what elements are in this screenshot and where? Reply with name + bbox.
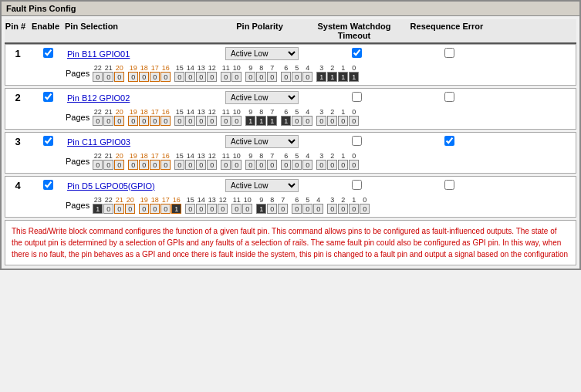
polarity-select-2[interactable]: Active Low <box>225 91 299 104</box>
page-box-19[interactable]: 0 <box>128 116 138 126</box>
page-box-11[interactable]: 0 <box>231 204 242 214</box>
page-box-19[interactable]: 0 <box>139 204 149 214</box>
page-box-9[interactable]: 1 <box>245 116 255 126</box>
page-box-16[interactable]: 0 <box>160 116 171 126</box>
page-box-4[interactable]: 0 <box>302 72 312 82</box>
page-box-13[interactable]: 0 <box>196 116 206 126</box>
page-box-1[interactable]: 1 <box>338 72 348 82</box>
page-box-19[interactable]: 0 <box>128 160 138 170</box>
page-box-1[interactable]: 0 <box>338 160 348 170</box>
page-box-8[interactable]: 1 <box>256 116 266 126</box>
page-box-0[interactable]: 0 <box>349 160 359 170</box>
pin-link-1[interactable]: Pin B11 GPIO01 <box>67 49 130 59</box>
page-box-16[interactable]: 0 <box>160 72 171 82</box>
page-box-18[interactable]: 0 <box>139 72 149 82</box>
page-box-4[interactable]: 0 <box>302 160 312 170</box>
page-box-14[interactable]: 0 <box>196 204 206 214</box>
page-box-8[interactable]: 0 <box>256 72 266 82</box>
page-box-13[interactable]: 0 <box>196 72 206 82</box>
page-box-1[interactable]: 0 <box>349 204 359 214</box>
page-box-11[interactable]: 0 <box>221 72 231 82</box>
page-box-12[interactable]: 0 <box>207 72 217 82</box>
page-box-22[interactable]: 0 <box>93 72 103 82</box>
page-box-14[interactable]: 0 <box>185 116 195 126</box>
page-box-2[interactable]: 0 <box>327 116 337 126</box>
page-box-2[interactable]: 1 <box>327 72 337 82</box>
page-box-0[interactable]: 0 <box>360 204 370 214</box>
page-box-3[interactable]: 1 <box>316 72 326 82</box>
page-box-15[interactable]: 0 <box>185 204 195 214</box>
page-box-15[interactable]: 0 <box>174 160 184 170</box>
page-box-21[interactable]: 0 <box>103 160 113 170</box>
pin-link-4[interactable]: Pin D5 LGPO05(GPIO) <box>67 181 155 191</box>
page-box-3[interactable]: 0 <box>327 204 337 214</box>
page-box-5[interactable]: 0 <box>292 72 302 82</box>
page-box-20[interactable]: 0 <box>125 204 135 214</box>
page-box-10[interactable]: 0 <box>231 116 242 126</box>
page-box-12[interactable]: 0 <box>207 116 217 126</box>
page-box-8[interactable]: 0 <box>267 204 277 214</box>
page-box-23[interactable]: 1 <box>93 204 103 214</box>
page-box-10[interactable]: 0 <box>242 204 252 214</box>
polarity-select-1[interactable]: Active Low <box>225 47 299 60</box>
page-box-20[interactable]: 0 <box>114 72 124 82</box>
page-box-21[interactable]: 0 <box>114 204 124 214</box>
page-box-9[interactable]: 1 <box>256 204 266 214</box>
pin-link-2[interactable]: Pin B12 GPIO02 <box>67 93 130 103</box>
page-box-11[interactable]: 0 <box>221 160 231 170</box>
page-box-7[interactable]: 1 <box>267 116 277 126</box>
page-box-12[interactable]: 0 <box>207 160 217 170</box>
page-box-6[interactable]: 0 <box>281 72 291 82</box>
page-box-6[interactable]: 1 <box>281 116 291 126</box>
page-box-11[interactable]: 0 <box>221 116 231 126</box>
page-box-15[interactable]: 0 <box>174 116 184 126</box>
page-box-7[interactable]: 0 <box>278 204 288 214</box>
page-box-8[interactable]: 0 <box>256 160 266 170</box>
reseq-checkbox-2[interactable] <box>444 92 454 102</box>
watchdog-checkbox-3[interactable] <box>352 136 362 146</box>
enable-checkbox-2[interactable] <box>43 92 53 102</box>
page-box-21[interactable]: 0 <box>103 116 113 126</box>
page-box-13[interactable]: 0 <box>207 204 217 214</box>
page-box-2[interactable]: 0 <box>327 160 337 170</box>
page-box-4[interactable]: 0 <box>313 204 323 214</box>
page-box-19[interactable]: 0 <box>128 72 138 82</box>
polarity-select-3[interactable]: Active Low <box>225 135 299 148</box>
page-box-15[interactable]: 0 <box>174 72 184 82</box>
page-box-5[interactable]: 0 <box>292 160 302 170</box>
pin-link-3[interactable]: Pin C11 GPIO03 <box>67 137 130 147</box>
page-box-14[interactable]: 0 <box>185 72 195 82</box>
page-box-22[interactable]: 0 <box>93 116 103 126</box>
page-box-16[interactable]: 1 <box>171 204 181 214</box>
page-box-7[interactable]: 0 <box>267 72 277 82</box>
watchdog-checkbox-4[interactable] <box>352 180 362 190</box>
enable-checkbox-4[interactable] <box>43 180 53 190</box>
page-box-9[interactable]: 0 <box>245 160 255 170</box>
page-box-21[interactable]: 0 <box>103 72 113 82</box>
page-box-22[interactable]: 0 <box>103 204 113 214</box>
page-box-5[interactable]: 0 <box>302 204 312 214</box>
watchdog-checkbox-1[interactable] <box>352 48 362 58</box>
page-box-16[interactable]: 0 <box>160 160 171 170</box>
page-box-18[interactable]: 0 <box>150 204 160 214</box>
reseq-checkbox-4[interactable] <box>444 180 454 190</box>
page-box-10[interactable]: 0 <box>231 160 242 170</box>
polarity-select-4[interactable]: Active Low <box>225 179 299 192</box>
page-box-3[interactable]: 0 <box>316 160 326 170</box>
page-box-1[interactable]: 0 <box>338 116 348 126</box>
page-box-18[interactable]: 0 <box>139 116 149 126</box>
page-box-13[interactable]: 0 <box>196 160 206 170</box>
page-box-14[interactable]: 0 <box>185 160 195 170</box>
page-box-18[interactable]: 0 <box>139 160 149 170</box>
page-box-0[interactable]: 0 <box>349 116 359 126</box>
reseq-checkbox-1[interactable] <box>444 48 454 58</box>
page-box-17[interactable]: 0 <box>160 204 171 214</box>
enable-checkbox-1[interactable] <box>43 48 53 58</box>
page-box-12[interactable]: 0 <box>218 204 228 214</box>
page-box-7[interactable]: 0 <box>267 160 277 170</box>
reseq-checkbox-3[interactable] <box>444 136 454 146</box>
page-box-4[interactable]: 0 <box>302 116 312 126</box>
page-box-3[interactable]: 0 <box>316 116 326 126</box>
page-box-9[interactable]: 0 <box>245 72 255 82</box>
enable-checkbox-3[interactable] <box>43 136 53 146</box>
